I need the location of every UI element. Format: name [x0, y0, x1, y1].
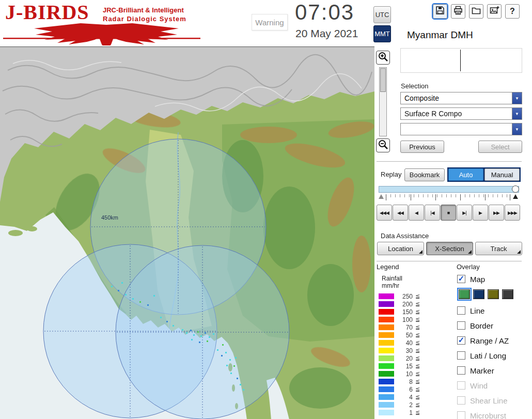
add-image-icon: [489, 5, 499, 18]
overlay-item-microburst: Microburst: [457, 411, 532, 419]
legend-lte-symbol: ≦: [415, 378, 420, 385]
zoom-out-button[interactable]: [376, 138, 390, 152]
product-option-dropdown[interactable]: ▼: [400, 123, 522, 135]
chevron-down-icon[interactable]: ▼: [512, 123, 522, 135]
overlay-checkbox[interactable]: [457, 306, 465, 315]
legend-lte-symbol: ≦: [415, 401, 420, 408]
playback-step-forward[interactable]: ▶|: [457, 205, 472, 221]
legend-color-swatch: [379, 355, 394, 361]
data-assistance-buttons: Location X-Section Track: [377, 242, 522, 255]
separator: [377, 261, 522, 261]
legend-value: 50: [397, 332, 413, 339]
overlay-item-marker: Marker: [457, 366, 532, 375]
legend-lte-symbol: ≦: [415, 363, 420, 369]
chevron-down-icon[interactable]: ▼: [512, 108, 522, 119]
logo-tagline-2: Radar Dialogic System: [103, 15, 186, 23]
overlay-checkbox[interactable]: [457, 366, 465, 375]
warning-indicator[interactable]: Warning: [252, 14, 288, 30]
legend-row: 30 ≦: [379, 347, 420, 354]
station-info-field[interactable]: [400, 48, 522, 73]
legend-value: 8: [397, 378, 413, 385]
playback-play[interactable]: ▶: [473, 205, 488, 221]
timezone-mmt-button[interactable]: MMT: [373, 25, 391, 42]
playback-jump-end[interactable]: ▶▶▶: [505, 205, 520, 221]
legend-row: 70 ≦: [379, 323, 420, 331]
map-style-row: [459, 289, 532, 299]
map-style-terrain-green[interactable]: [459, 289, 470, 299]
open-file-button[interactable]: [469, 4, 483, 19]
zoom-in-button[interactable]: [376, 51, 390, 65]
timeline-handle[interactable]: [512, 185, 519, 193]
legend-row: 10 ≦: [379, 370, 420, 378]
dropdown-value: Surface R Compo: [401, 108, 512, 119]
toolbar: ?: [433, 4, 520, 19]
chevron-down-icon[interactable]: ▼: [512, 92, 522, 104]
previous-button[interactable]: Previous: [400, 141, 444, 153]
legend-row: 2 ≦: [379, 401, 420, 409]
dropdown-value: Composite: [401, 92, 512, 104]
legend-color-swatch: [379, 324, 394, 330]
auto-mode-button[interactable]: Auto: [448, 168, 483, 181]
playback-fast-forward[interactable]: ▶▶: [489, 205, 504, 221]
playback-fast-rewind[interactable]: ◀◀: [393, 205, 408, 221]
bookmark-button[interactable]: Bookmark: [404, 168, 445, 181]
legend-value: 6: [397, 386, 413, 393]
select-button[interactable]: Select: [478, 141, 522, 153]
legend-row: 40 ≦: [379, 339, 420, 347]
timeline-start-marker[interactable]: [379, 194, 384, 199]
legend-value: 200: [397, 301, 413, 308]
radar-map[interactable]: 450km: [0, 46, 374, 419]
legend-lte-symbol: ≦: [415, 347, 420, 354]
timeline-end-marker[interactable]: [513, 194, 518, 199]
playback-controls: ◀◀◀ ◀◀ ◀ |◀ ■ ▶| ▶ ▶▶ ▶▶▶: [377, 205, 520, 221]
legend-row: 6 ≦: [379, 385, 420, 393]
overlay-checkbox[interactable]: ✓: [457, 336, 465, 345]
magnifier-plus-icon: [378, 51, 388, 64]
station-name: Myanmar DMH: [407, 29, 473, 41]
save-button[interactable]: [433, 4, 447, 19]
overlay-checkbox[interactable]: ✓: [457, 275, 465, 283]
product-type-dropdown[interactable]: Surface R Compo ▼: [400, 107, 522, 120]
legend-row: 15 ≦: [379, 362, 420, 370]
legend-color-swatch: [379, 386, 394, 392]
legend-lte-symbol: ≦: [415, 370, 420, 377]
legend-color-swatch: [379, 402, 394, 408]
legend-lte-symbol: ≦: [415, 394, 420, 400]
help-button[interactable]: ?: [505, 4, 520, 19]
legend-color-swatch: [379, 394, 394, 400]
overlay-checkbox: [457, 396, 465, 405]
overlay-item-label: Wind: [470, 381, 488, 390]
playback-stop[interactable]: ■: [441, 205, 456, 221]
da-button-label: Track: [490, 245, 507, 253]
snapshot-button[interactable]: [487, 4, 502, 19]
da-track[interactable]: Track: [475, 242, 522, 255]
overlay-item-lati-long: Lati / Long: [457, 351, 532, 360]
da-x-section[interactable]: X-Section: [426, 242, 473, 255]
overlay-item-label: Range / AZ: [470, 336, 509, 345]
overlay-label: Overlay: [457, 263, 480, 271]
legend-value: 4: [397, 394, 413, 401]
playback-play-reverse[interactable]: ◀: [409, 205, 424, 221]
map-style-olive[interactable]: [488, 289, 499, 299]
overlay-checkbox[interactable]: [457, 321, 465, 330]
playback-jump-start[interactable]: ◀◀◀: [377, 205, 392, 221]
legend-color-swatch: [379, 301, 394, 307]
playback-step-back[interactable]: |◀: [425, 205, 440, 221]
overlay-item-label: Shear Line: [470, 396, 508, 405]
print-button[interactable]: [451, 4, 465, 19]
legend-value: 250: [397, 293, 413, 300]
legend-color-swatch: [379, 293, 394, 299]
zoom-slider[interactable]: [379, 67, 387, 136]
zoom-slider-thumb[interactable]: [380, 68, 386, 92]
manual-mode-button[interactable]: Manual: [484, 168, 520, 181]
legend-lte-symbol: ≦: [415, 308, 420, 315]
overlay-item-label: Map: [470, 275, 485, 284]
replay-timeline-slider[interactable]: [379, 186, 519, 193]
product-category-dropdown[interactable]: Composite ▼: [400, 92, 522, 104]
timezone-utc-button[interactable]: UTC: [373, 6, 391, 23]
overlay-checkbox[interactable]: [457, 351, 465, 360]
da-location[interactable]: Location: [377, 242, 424, 255]
dropdown-value: [401, 123, 512, 135]
map-style-dark-gray[interactable]: [502, 289, 513, 299]
map-style-dark-navy[interactable]: [473, 289, 484, 299]
